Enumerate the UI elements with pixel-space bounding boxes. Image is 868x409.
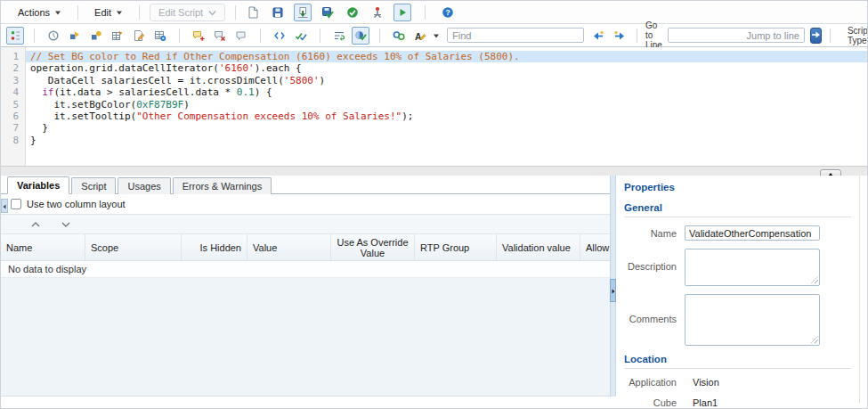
code-line: if(it.data > salariesCell.data * 0.1) {: [26, 86, 867, 98]
location-section-heading: Location: [624, 354, 851, 369]
insert-variable-icon[interactable]: [87, 27, 105, 45]
code-line: it.setBgColor(0xF87B9F): [26, 99, 867, 110]
move-down-button[interactable]: [58, 217, 74, 232]
column-header-allow[interactable]: Allow: [580, 234, 610, 260]
member-grid-icon[interactable]: [109, 27, 126, 45]
column-header-name[interactable]: Name: [1, 234, 85, 260]
triangle-right-icon: [612, 285, 615, 296]
column-header-scope[interactable]: Scope: [85, 234, 182, 260]
splitter-collapse-handle[interactable]: [610, 279, 616, 302]
find-advanced-icon[interactable]: [390, 27, 408, 45]
caret-down-icon: [54, 7, 61, 18]
find-next-icon[interactable]: [611, 27, 629, 45]
triangle-left-icon: [3, 200, 6, 211]
goto-line-button[interactable]: [810, 28, 822, 44]
code-line: operation.grid.dataCellIterator('6160').…: [26, 62, 867, 74]
comment-icon[interactable]: [232, 27, 250, 45]
save-icon[interactable]: [269, 4, 287, 21]
column-header-value[interactable]: Value: [247, 234, 331, 260]
highlight-syntax-icon[interactable]: [352, 27, 369, 45]
code-line: it.setTooltip("Other Compensation exceed…: [26, 110, 867, 122]
application-label: Application: [624, 377, 685, 388]
code-editor: 12345678 // Set BG color to Red if Other…: [1, 47, 867, 167]
two-column-layout-label: Use two column layout: [27, 199, 126, 209]
script-settings-icon[interactable]: [6, 27, 24, 45]
source-code-icon[interactable]: [271, 27, 288, 45]
panel-collapse-left-handle[interactable]: [1, 199, 8, 213]
bottom-tab-bar: VariablesScriptUsagesErrors & Warnings: [1, 176, 610, 194]
comments-label: Comments: [624, 294, 685, 346]
tab-script[interactable]: Script: [71, 177, 116, 194]
actions-menu[interactable]: Actions: [10, 4, 69, 20]
edit-script-label: Edit Script: [158, 7, 203, 18]
code-line: DataCell salariesCell = it.crossDimCell(…: [26, 75, 867, 86]
svg-text:?: ?: [446, 8, 450, 17]
variables-table-header: NameScopeIs HiddenValueUse As Override V…: [1, 234, 610, 261]
validate-save-icon[interactable]: [319, 4, 337, 21]
cube-label: Cube: [624, 397, 685, 408]
toolbar-divider: [34, 29, 35, 43]
verify-syntax-icon[interactable]: [292, 27, 310, 45]
tab-variables[interactable]: Variables: [7, 176, 69, 194]
format-font-icon[interactable]: A: [411, 27, 429, 45]
line-number: 1: [1, 51, 19, 62]
remove-comment-icon[interactable]: [211, 27, 229, 45]
two-column-layout-row: Use two column layout: [1, 194, 610, 214]
arrow-right-icon: [811, 30, 821, 41]
application-row: Application Vision: [624, 377, 858, 388]
two-column-layout-checkbox[interactable]: [11, 199, 21, 209]
find-previous-icon[interactable]: [589, 27, 607, 45]
variables-mini-toolbar: [1, 214, 610, 234]
script-editor-window: Actions Edit Edit Script ? A Go to Line …: [0, 0, 868, 409]
deploy-icon[interactable]: [369, 4, 386, 21]
wrap-text-icon[interactable]: [330, 27, 348, 45]
edit-file-icon[interactable]: [130, 27, 148, 45]
save-as-icon[interactable]: [294, 4, 312, 21]
actions-menu-label: Actions: [18, 7, 50, 18]
column-header-rtp-group[interactable]: RTP Group: [415, 234, 497, 260]
line-number: 8: [1, 135, 19, 146]
line-number: 2: [1, 62, 19, 74]
insert-function-icon[interactable]: [66, 27, 84, 45]
run-script-icon[interactable]: [393, 4, 411, 21]
grid-capture-icon[interactable]: [151, 27, 169, 45]
code-area[interactable]: // Set BG color to Red if Other Compensa…: [26, 47, 867, 166]
code-line: }: [26, 135, 867, 146]
move-up-button[interactable]: [28, 217, 44, 232]
column-header-is-hidden[interactable]: Is Hidden: [182, 234, 247, 260]
variables-panel: VariablesScriptUsagesErrors & Warnings U…: [1, 176, 610, 397]
help-icon[interactable]: ?: [439, 4, 457, 21]
find-input[interactable]: [447, 28, 584, 43]
name-input[interactable]: [685, 225, 820, 241]
validate-ok-icon[interactable]: [344, 4, 361, 21]
toolbar-divider: [260, 29, 261, 43]
line-number: 5: [1, 99, 19, 110]
description-textarea[interactable]: [685, 249, 820, 286]
comments-field-row: Comments: [624, 294, 858, 346]
column-header-validation-value[interactable]: Validation value: [497, 234, 580, 260]
format-options-caret-icon[interactable]: [433, 30, 440, 41]
jump-to-line-input[interactable]: [668, 28, 805, 43]
edit-menu[interactable]: Edit: [86, 4, 131, 20]
toolbar1-icons: ?: [244, 4, 457, 21]
tab-errors-warnings[interactable]: Errors & Warnings: [173, 177, 272, 194]
new-script-icon[interactable]: [244, 4, 262, 21]
edit-script-dropdown[interactable]: Edit Script: [150, 4, 225, 21]
column-header-use-as-override-value[interactable]: Use As Override Value: [331, 234, 415, 260]
toolbar-divider: [830, 29, 831, 43]
panel-edge-line: [859, 176, 860, 403]
history-icon[interactable]: [45, 27, 62, 45]
toolbar-divider: [320, 29, 320, 43]
toolbar2-icons: A: [6, 27, 429, 45]
chevron-down-icon: [208, 7, 216, 18]
horizontal-splitter[interactable]: [1, 167, 867, 176]
toolbar-divider: [235, 5, 236, 20]
line-number: 4: [1, 86, 19, 98]
line-number-gutter: 12345678: [1, 47, 26, 166]
tab-usages[interactable]: Usages: [118, 177, 170, 194]
add-comment-icon[interactable]: [190, 27, 207, 45]
goto-line-label: Go to Line: [645, 20, 662, 50]
empty-table-message: No data to display: [1, 261, 610, 278]
script-type-label: Script Type: [848, 26, 868, 45]
comments-textarea[interactable]: [685, 294, 820, 346]
